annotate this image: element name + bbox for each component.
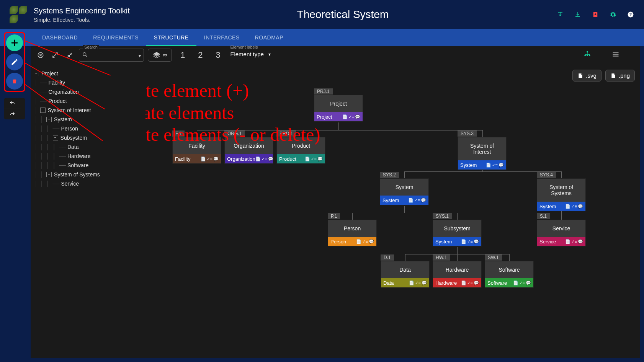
comment-icon: 💬 (317, 157, 323, 161)
create-element-button[interactable] (6, 34, 23, 51)
tree-node[interactable]: │ │ │ −Subsystem (34, 133, 142, 142)
diagram-node[interactable]: ORG.1OrganizationOrganization📄✓≡💬 (224, 137, 273, 164)
node-id: SYS.1 (433, 213, 452, 219)
doc-icon: 📄 (409, 280, 414, 285)
undo-button[interactable] (4, 98, 21, 109)
search-dropdown-icon[interactable]: ▾ (139, 53, 141, 59)
tree-pane[interactable]: −Project│ ──Facility│ ──Organization│ ──… (31, 64, 145, 358)
diagram-node[interactable]: SYS.1SubsystemSystem📄✓≡💬 (433, 220, 482, 246)
diagram-node[interactable]: D.1DataData📄✓≡💬 (381, 261, 430, 288)
diagram-node[interactable]: F.1FacilityFacility📄✓≡💬 (172, 137, 221, 164)
node-id: P.1 (328, 213, 340, 219)
tree-view-toggle[interactable] (579, 47, 596, 63)
nav-tab-roadmap[interactable]: ROADMAP (247, 29, 291, 46)
check-icon: ✓≡ (492, 163, 498, 168)
doc-icon: 📄 (565, 239, 570, 244)
tree-node[interactable]: │ │ │ ──Service (34, 179, 142, 188)
node-title: Service (537, 220, 585, 237)
comment-icon: 💬 (578, 239, 583, 244)
depth-2-button[interactable]: 2 (193, 48, 207, 62)
update-element-button[interactable] (6, 54, 23, 70)
comment-icon: 💬 (578, 204, 583, 209)
diagram-node[interactable]: P.1PersonPerson📄✓≡💬 (328, 220, 377, 246)
node-footer: Data📄✓≡💬 (381, 278, 429, 287)
diagram-node[interactable]: SYS.3System of InterestSystem📄✓≡💬 (458, 137, 507, 170)
settings-icon[interactable] (609, 10, 617, 19)
node-id: S.1 (537, 213, 550, 219)
node-title: Person (328, 220, 376, 237)
tree-node[interactable]: │ ──Product (34, 96, 142, 106)
nav-tab-structure[interactable]: STRUCTURE (146, 29, 196, 46)
help-icon[interactable]: ? (626, 10, 635, 19)
depth-1-button[interactable]: 1 (176, 48, 190, 62)
redo-button[interactable] (4, 109, 21, 119)
node-id: PRJ.1 (314, 88, 333, 95)
list-view-toggle[interactable] (607, 47, 624, 63)
diagram-node[interactable]: SYS.4System of SystemsSystem📄✓≡💬 (537, 178, 586, 211)
svg-rect-5 (587, 51, 588, 52)
diagram-node[interactable]: SW.1SoftwareSoftware📄✓≡💬 (485, 261, 534, 288)
delete-element-button[interactable] (6, 73, 23, 90)
node-footer: System📄✓≡💬 (380, 196, 428, 205)
element-labels-select[interactable]: Element type (229, 49, 274, 62)
doc-icon: 📄 (513, 280, 518, 285)
add-doc-icon[interactable] (591, 10, 600, 19)
export-png-button[interactable]: .png (605, 70, 635, 82)
node-id: SW.1 (485, 254, 502, 261)
nav-tab-interfaces[interactable]: INTERFACES (196, 29, 247, 46)
app-header: Systems Engineering Toolkit Simple. Effe… (0, 0, 644, 29)
check-icon: ✓≡ (262, 157, 267, 161)
tree-node[interactable]: │ │ │ ──Person (34, 124, 142, 133)
undo-redo-group (4, 98, 25, 119)
doc-icon: 📄 (565, 204, 570, 209)
tree-node[interactable]: │ │ −System of Systems (34, 170, 142, 179)
nav-tabs: DASHBOARDREQUIREMENTSSTRUCTUREINTERFACES… (0, 29, 644, 46)
node-id: F.1 (172, 130, 185, 137)
diagram-node[interactable]: HW.1HardwareHardware📄✓≡💬 (433, 261, 482, 288)
doc-icon: 📄 (305, 157, 310, 161)
comment-icon: 💬 (355, 114, 360, 119)
diagram-node[interactable]: PRD.1ProductProduct📄✓≡💬 (276, 137, 325, 164)
svg-point-4 (83, 52, 86, 55)
tree-node[interactable]: │ │ −System (34, 115, 142, 124)
doc-icon: 📄 (408, 198, 414, 203)
nav-tab-dashboard[interactable]: DASHBOARD (34, 29, 85, 46)
tree-node[interactable]: │ −System of Interest (34, 106, 142, 115)
doc-icon: 📄 (486, 163, 491, 168)
tree-node[interactable]: │ │ │ │ ──Software (34, 161, 142, 170)
node-title: Hardware (433, 261, 481, 278)
layers-button[interactable]: ∞ (148, 49, 172, 62)
doc-icon: 📄 (342, 114, 348, 119)
tree-node[interactable]: │ │ │ │ ──Data (34, 142, 142, 152)
download-icon[interactable] (574, 10, 582, 19)
tree-node[interactable]: │ │ │ │ ──Hardware (34, 152, 142, 161)
node-footer: Facility📄✓≡💬 (173, 154, 221, 163)
tree-node[interactable]: │ ──Organization (34, 87, 142, 96)
import-icon[interactable] (556, 10, 564, 19)
check-icon: ✓≡ (415, 280, 421, 285)
comment-icon: 💬 (474, 280, 479, 285)
node-footer: Person📄✓≡💬 (328, 237, 376, 246)
depth-3-button[interactable]: 3 (211, 48, 225, 62)
diagram-canvas[interactable]: .svg .png PRJ.1ProjectProject📄✓≡💬F.1Faci… (145, 64, 640, 358)
clear-icon[interactable] (35, 50, 46, 60)
app-subtitle: Simple. Effective. Tools. (34, 17, 130, 23)
crud-buttons-group (4, 32, 25, 92)
diagram-node[interactable]: PRJ.1ProjectProject📄✓≡💬 (314, 95, 363, 122)
diagram-node[interactable]: SYS.2SystemSystem📄✓≡💬 (380, 178, 429, 205)
project-title: Theoretical System (130, 8, 556, 21)
doc-icon: 📄 (255, 157, 261, 161)
search-input[interactable] (79, 49, 144, 62)
node-footer: System📄✓≡💬 (433, 237, 481, 246)
export-svg-button[interactable]: .svg (572, 70, 602, 82)
node-title: Subsystem (433, 220, 481, 237)
tree-node[interactable]: │ ──Facility (34, 78, 142, 87)
doc-icon: 📄 (461, 280, 466, 285)
node-footer: Project📄✓≡💬 (314, 112, 363, 121)
check-icon: ✓≡ (362, 239, 368, 244)
diagram-node[interactable]: S.1ServiceService📄✓≡💬 (537, 220, 586, 246)
check-icon: ✓≡ (467, 280, 473, 285)
search-field-wrap: Search ▾ (79, 49, 144, 62)
nav-tab-requirements[interactable]: REQUIREMENTS (85, 29, 146, 46)
comment-icon: 💬 (213, 157, 219, 161)
